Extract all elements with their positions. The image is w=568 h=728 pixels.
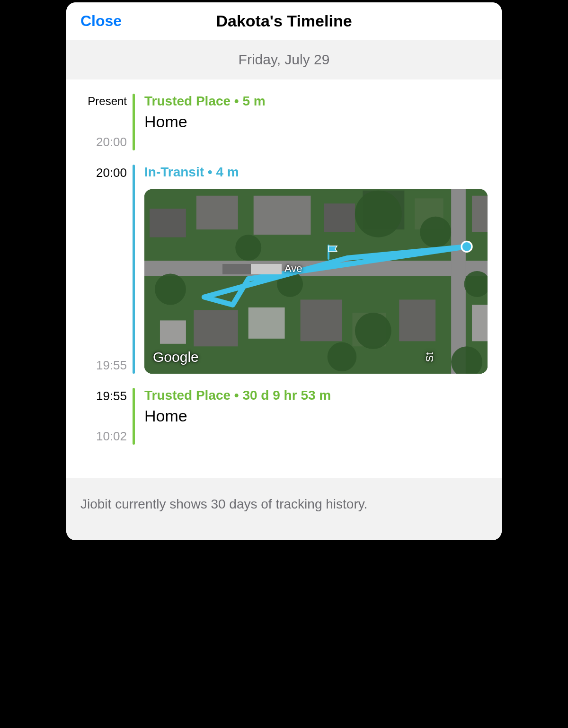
- svg-point-22: [355, 313, 391, 349]
- svg-point-18: [235, 235, 261, 261]
- svg-rect-4: [196, 196, 238, 229]
- timeline-divider: [133, 94, 135, 150]
- entry-time-top: Present: [80, 95, 127, 108]
- entry-time-bottom: 19:55: [80, 358, 127, 373]
- svg-point-26: [462, 241, 472, 252]
- entry-content: In-Transit • 4 m: [144, 165, 488, 374]
- entry-times: 19:55 10:02: [80, 388, 133, 445]
- svg-rect-16: [472, 305, 488, 341]
- entry-time-top: 20:00: [80, 166, 127, 180]
- svg-rect-9: [472, 196, 488, 232]
- timeline-divider: [133, 388, 135, 445]
- close-button[interactable]: Close: [80, 12, 122, 30]
- timeline: Present 20:00 Trusted Place • 5 m Home 2…: [66, 79, 502, 478]
- entry-content: Trusted Place • 30 d 9 hr 53 m Home: [144, 388, 488, 445]
- entry-time-bottom: 20:00: [80, 135, 127, 149]
- svg-point-23: [328, 342, 357, 372]
- svg-rect-3: [150, 209, 186, 237]
- flag-icon: [327, 245, 341, 262]
- svg-rect-11: [194, 310, 238, 346]
- timeline-entry: 19:55 10:02 Trusted Place • 30 d 9 hr 53…: [80, 388, 488, 445]
- entry-time-bottom: 10:02: [80, 429, 127, 444]
- street-label: St: [424, 352, 436, 362]
- status-label: Trusted Place • 5 m: [144, 94, 488, 109]
- svg-rect-6: [324, 203, 355, 232]
- svg-rect-12: [248, 307, 285, 339]
- svg-point-17: [155, 274, 186, 305]
- place-name: Home: [144, 113, 488, 131]
- redaction-block: [222, 264, 251, 274]
- svg-point-19: [355, 191, 402, 237]
- svg-rect-15: [399, 299, 435, 341]
- date-bar: Friday, July 29: [66, 40, 502, 79]
- app-frame: Close Dakota's Timeline Friday, July 29 …: [66, 2, 502, 540]
- entry-times: 20:00 19:55: [80, 165, 133, 374]
- map-thumbnail[interactable]: Ave St Google: [144, 189, 488, 374]
- entry-time-top: 19:55: [80, 389, 127, 403]
- svg-rect-5: [254, 196, 311, 235]
- place-name: Home: [144, 407, 488, 425]
- entry-content: Trusted Place • 5 m Home: [144, 94, 488, 150]
- svg-point-20: [420, 217, 451, 248]
- svg-rect-10: [160, 320, 186, 343]
- street-label: Ave: [284, 263, 302, 275]
- timeline-entry: 20:00 19:55 In-Transit • 4 m: [80, 165, 488, 374]
- svg-rect-13: [301, 299, 342, 341]
- svg-rect-2: [451, 189, 466, 374]
- timeline-divider: [133, 165, 135, 374]
- footer-note: Jiobit currently shows 30 days of tracki…: [66, 478, 502, 540]
- status-label: Trusted Place • 30 d 9 hr 53 m: [144, 388, 488, 403]
- entry-times: Present 20:00: [80, 94, 133, 150]
- redaction-block: [251, 264, 282, 274]
- timeline-entry: Present 20:00 Trusted Place • 5 m Home: [80, 94, 488, 150]
- header: Close Dakota's Timeline: [66, 2, 502, 40]
- map-svg: [144, 189, 488, 374]
- google-attribution: Google: [153, 349, 199, 365]
- status-label: In-Transit • 4 m: [144, 165, 488, 180]
- page-title: Dakota's Timeline: [216, 12, 352, 30]
